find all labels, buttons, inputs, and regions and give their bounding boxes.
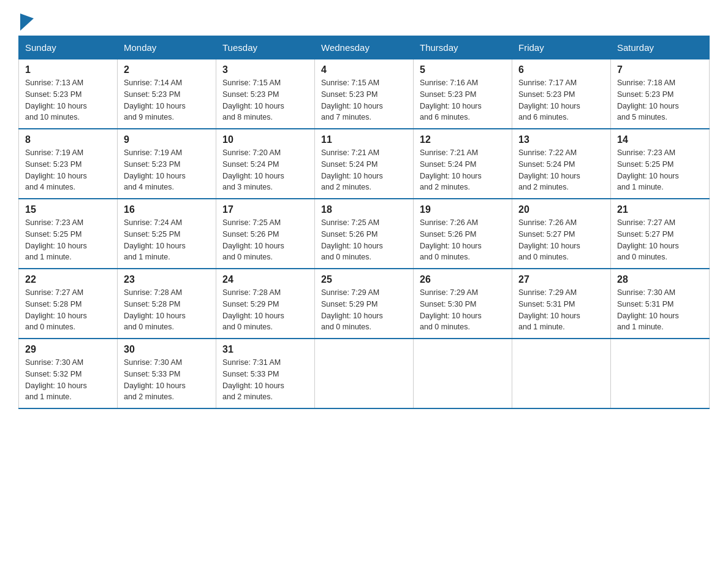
page-header [18, 12, 710, 29]
day-number: 18 [321, 204, 407, 215]
day-number: 22 [25, 274, 111, 285]
day-info: Sunrise: 7:19 AMSunset: 5:23 PMDaylight:… [124, 148, 186, 191]
calendar-cell: 10 Sunrise: 7:20 AMSunset: 5:24 PMDaylig… [216, 129, 315, 199]
day-info: Sunrise: 7:21 AMSunset: 5:24 PMDaylight:… [420, 148, 482, 191]
day-info: Sunrise: 7:28 AMSunset: 5:28 PMDaylight:… [124, 288, 186, 331]
calendar-cell: 12 Sunrise: 7:21 AMSunset: 5:24 PMDaylig… [414, 129, 512, 199]
day-number: 27 [518, 274, 604, 285]
day-number: 30 [124, 344, 210, 355]
calendar-cell: 17 Sunrise: 7:25 AMSunset: 5:26 PMDaylig… [216, 199, 315, 269]
calendar-cell: 16 Sunrise: 7:24 AMSunset: 5:25 PMDaylig… [118, 199, 216, 269]
calendar-cell: 30 Sunrise: 7:30 AMSunset: 5:33 PMDaylig… [118, 339, 216, 408]
header-saturday: Saturday [611, 36, 710, 59]
day-number: 23 [124, 274, 210, 285]
day-info: Sunrise: 7:15 AMSunset: 5:23 PMDaylight:… [321, 79, 383, 121]
calendar-cell: 6 Sunrise: 7:17 AMSunset: 5:23 PMDayligh… [512, 59, 611, 129]
day-info: Sunrise: 7:23 AMSunset: 5:25 PMDaylight:… [25, 218, 87, 261]
day-info: Sunrise: 7:21 AMSunset: 5:24 PMDaylight:… [321, 148, 383, 191]
calendar-cell: 31 Sunrise: 7:31 AMSunset: 5:33 PMDaylig… [216, 339, 315, 408]
day-info: Sunrise: 7:19 AMSunset: 5:23 PMDaylight:… [25, 148, 87, 191]
day-info: Sunrise: 7:20 AMSunset: 5:24 PMDaylight:… [222, 148, 284, 191]
calendar-cell [611, 339, 710, 408]
day-number: 17 [222, 204, 308, 215]
day-info: Sunrise: 7:29 AMSunset: 5:29 PMDaylight:… [321, 288, 383, 331]
header-thursday: Thursday [414, 36, 512, 59]
day-number: 7 [617, 64, 703, 75]
day-number: 14 [617, 134, 703, 145]
header-monday: Monday [118, 36, 216, 59]
day-info: Sunrise: 7:14 AMSunset: 5:23 PMDaylight:… [124, 79, 186, 121]
day-info: Sunrise: 7:30 AMSunset: 5:31 PMDaylight:… [617, 288, 679, 331]
calendar-cell: 29 Sunrise: 7:30 AMSunset: 5:32 PMDaylig… [19, 339, 118, 408]
week-row-5: 29 Sunrise: 7:30 AMSunset: 5:32 PMDaylig… [19, 339, 710, 408]
day-number: 26 [420, 274, 506, 285]
day-info: Sunrise: 7:30 AMSunset: 5:32 PMDaylight:… [25, 358, 87, 401]
day-info: Sunrise: 7:30 AMSunset: 5:33 PMDaylight:… [124, 358, 186, 401]
calendar-cell: 21 Sunrise: 7:27 AMSunset: 5:27 PMDaylig… [611, 199, 710, 269]
calendar-cell: 9 Sunrise: 7:19 AMSunset: 5:23 PMDayligh… [118, 129, 216, 199]
day-number: 15 [25, 204, 111, 215]
day-info: Sunrise: 7:25 AMSunset: 5:26 PMDaylight:… [222, 218, 284, 261]
day-number: 11 [321, 134, 407, 145]
day-info: Sunrise: 7:29 AMSunset: 5:30 PMDaylight:… [420, 288, 482, 331]
header-sunday: Sunday [19, 36, 118, 59]
calendar-cell: 25 Sunrise: 7:29 AMSunset: 5:29 PMDaylig… [315, 269, 414, 339]
week-row-4: 22 Sunrise: 7:27 AMSunset: 5:28 PMDaylig… [19, 269, 710, 339]
day-number: 21 [617, 204, 703, 215]
calendar-cell: 18 Sunrise: 7:25 AMSunset: 5:26 PMDaylig… [315, 199, 414, 269]
calendar-cell: 26 Sunrise: 7:29 AMSunset: 5:30 PMDaylig… [414, 269, 512, 339]
day-number: 12 [420, 134, 506, 145]
day-number: 25 [321, 274, 407, 285]
calendar-cell: 2 Sunrise: 7:14 AMSunset: 5:23 PMDayligh… [118, 59, 216, 129]
calendar-cell: 22 Sunrise: 7:27 AMSunset: 5:28 PMDaylig… [19, 269, 118, 339]
calendar-cell: 3 Sunrise: 7:15 AMSunset: 5:23 PMDayligh… [216, 59, 315, 129]
calendar-cell: 24 Sunrise: 7:28 AMSunset: 5:29 PMDaylig… [216, 269, 315, 339]
day-number: 2 [124, 64, 210, 75]
calendar-cell: 20 Sunrise: 7:26 AMSunset: 5:27 PMDaylig… [512, 199, 611, 269]
day-number: 8 [25, 134, 111, 145]
day-number: 28 [617, 274, 703, 285]
calendar-table: SundayMondayTuesdayWednesdayThursdayFrid… [18, 36, 710, 409]
calendar-header-row: SundayMondayTuesdayWednesdayThursdayFrid… [19, 36, 710, 59]
day-number: 16 [124, 204, 210, 215]
calendar-cell: 7 Sunrise: 7:18 AMSunset: 5:23 PMDayligh… [611, 59, 710, 129]
day-number: 19 [420, 204, 506, 215]
calendar-cell: 11 Sunrise: 7:21 AMSunset: 5:24 PMDaylig… [315, 129, 414, 199]
day-info: Sunrise: 7:22 AMSunset: 5:24 PMDaylight:… [518, 148, 580, 191]
header-friday: Friday [512, 36, 611, 59]
logo [18, 12, 34, 29]
day-info: Sunrise: 7:16 AMSunset: 5:23 PMDaylight:… [420, 79, 482, 121]
day-number: 1 [25, 64, 111, 75]
day-info: Sunrise: 7:26 AMSunset: 5:27 PMDaylight:… [518, 218, 580, 261]
day-number: 31 [222, 344, 308, 355]
day-number: 6 [518, 64, 604, 75]
calendar-cell: 4 Sunrise: 7:15 AMSunset: 5:23 PMDayligh… [315, 59, 414, 129]
calendar-cell: 13 Sunrise: 7:22 AMSunset: 5:24 PMDaylig… [512, 129, 611, 199]
day-info: Sunrise: 7:17 AMSunset: 5:23 PMDaylight:… [518, 79, 580, 121]
day-number: 10 [222, 134, 308, 145]
day-info: Sunrise: 7:25 AMSunset: 5:26 PMDaylight:… [321, 218, 383, 261]
day-info: Sunrise: 7:29 AMSunset: 5:31 PMDaylight:… [518, 288, 580, 331]
calendar-cell: 15 Sunrise: 7:23 AMSunset: 5:25 PMDaylig… [19, 199, 118, 269]
day-number: 24 [222, 274, 308, 285]
calendar-cell: 27 Sunrise: 7:29 AMSunset: 5:31 PMDaylig… [512, 269, 611, 339]
day-number: 29 [25, 344, 111, 355]
calendar-cell: 23 Sunrise: 7:28 AMSunset: 5:28 PMDaylig… [118, 269, 216, 339]
week-row-3: 15 Sunrise: 7:23 AMSunset: 5:25 PMDaylig… [19, 199, 710, 269]
day-info: Sunrise: 7:27 AMSunset: 5:27 PMDaylight:… [617, 218, 679, 261]
day-info: Sunrise: 7:24 AMSunset: 5:25 PMDaylight:… [124, 218, 186, 261]
week-row-2: 8 Sunrise: 7:19 AMSunset: 5:23 PMDayligh… [19, 129, 710, 199]
day-info: Sunrise: 7:18 AMSunset: 5:23 PMDaylight:… [617, 79, 679, 121]
day-info: Sunrise: 7:15 AMSunset: 5:23 PMDaylight:… [222, 79, 284, 121]
day-number: 13 [518, 134, 604, 145]
calendar-cell [512, 339, 611, 408]
calendar-cell [315, 339, 414, 408]
header-wednesday: Wednesday [315, 36, 414, 59]
day-info: Sunrise: 7:13 AMSunset: 5:23 PMDaylight:… [25, 79, 87, 121]
day-info: Sunrise: 7:31 AMSunset: 5:33 PMDaylight:… [222, 358, 284, 401]
day-info: Sunrise: 7:26 AMSunset: 5:26 PMDaylight:… [420, 218, 482, 261]
calendar-cell: 5 Sunrise: 7:16 AMSunset: 5:23 PMDayligh… [414, 59, 512, 129]
day-number: 3 [222, 64, 308, 75]
logo-arrow-icon [20, 10, 34, 31]
calendar-cell: 19 Sunrise: 7:26 AMSunset: 5:26 PMDaylig… [414, 199, 512, 269]
